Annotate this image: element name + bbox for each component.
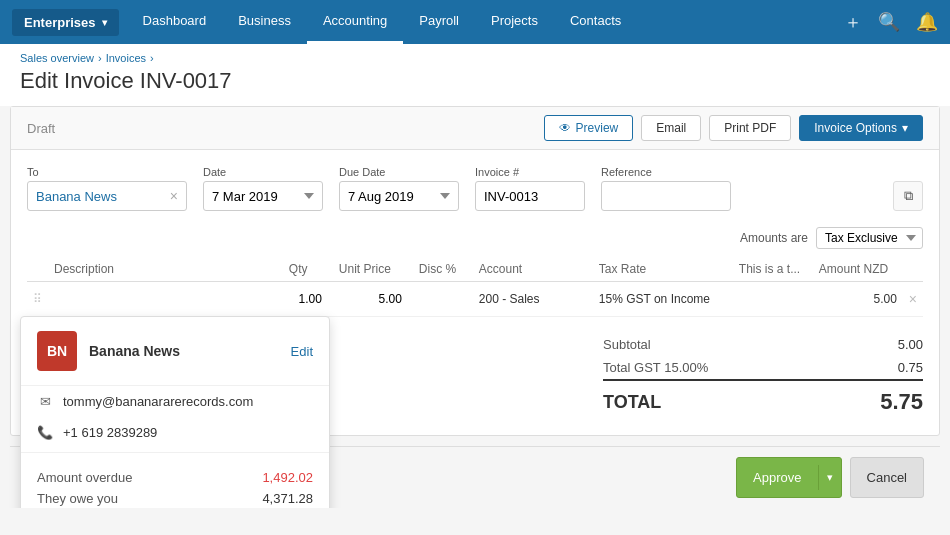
col-amount-header: Amount NZD: [813, 257, 903, 282]
invoice-options-button[interactable]: Invoice Options ▾: [799, 115, 923, 141]
page-title: Edit Invoice INV-0017: [20, 64, 930, 106]
cancel-button[interactable]: Cancel: [850, 457, 924, 498]
invoice-num-label: Invoice #: [475, 166, 585, 178]
disc-input[interactable]: [419, 288, 467, 310]
popup-stats: Amount overdue 1,492.02 They owe you 4,3…: [21, 457, 329, 508]
tax-cell[interactable]: 15% GST on Income: [593, 282, 733, 317]
contact-popup: BN Banana News Edit ✉ tommy@bananararere…: [20, 316, 330, 508]
amount-value: 5.00: [873, 292, 896, 306]
nav-projects[interactable]: Projects: [475, 0, 554, 44]
enterprises-label: Enterprises: [24, 15, 96, 30]
nav-dashboard[interactable]: Dashboard: [127, 0, 223, 44]
to-input-container[interactable]: Banana News ×: [27, 181, 187, 211]
copy-button[interactable]: ⧉: [893, 181, 923, 211]
enterprises-dropdown[interactable]: Enterprises ▾: [12, 9, 119, 36]
stat-overdue: Amount overdue 1,492.02: [37, 467, 313, 488]
tracking-cell[interactable]: [733, 282, 813, 317]
date-field-group: Date 7 Mar 2019: [203, 166, 323, 211]
phone-icon: 📞: [37, 425, 53, 440]
due-date-field-group: Due Date 7 Aug 2019: [339, 166, 459, 211]
to-clear-icon[interactable]: ×: [170, 188, 178, 204]
col-account-header: Account: [473, 257, 593, 282]
due-date-label: Due Date: [339, 166, 459, 178]
delete-cell[interactable]: ×: [903, 282, 923, 317]
nav-accounting[interactable]: Accounting: [307, 0, 403, 44]
col-qty-header: Qty: [283, 257, 333, 282]
gst-value: 0.75: [898, 360, 923, 375]
email-icon: ✉: [37, 394, 53, 409]
add-icon[interactable]: ＋: [844, 10, 862, 34]
breadcrumb-sales[interactable]: Sales overview: [20, 52, 94, 64]
popup-phone-row: 📞 +1 619 2839289: [21, 417, 329, 448]
tracking-input[interactable]: [739, 288, 807, 310]
ref-input[interactable]: [601, 181, 731, 211]
tax-value: 15% GST on Income: [599, 292, 710, 306]
date-label: Date: [203, 166, 323, 178]
date-select[interactable]: 7 Mar 2019: [203, 181, 323, 211]
approve-button-group: Approve ▾: [736, 457, 841, 498]
popup-edit-link[interactable]: Edit: [291, 344, 313, 359]
invoice-form: To Banana News × Date 7 Mar 2019 Due Dat…: [11, 150, 939, 211]
overdue-label: Amount overdue: [37, 470, 132, 485]
account-value: 200 - Sales: [479, 292, 540, 306]
subtotal-row: Subtotal 5.00: [603, 333, 923, 356]
search-icon[interactable]: 🔍: [878, 11, 900, 33]
bottom-right-actions: Approve ▾ Cancel: [736, 457, 924, 498]
amounts-select[interactable]: Tax Exclusive: [816, 227, 923, 249]
popup-name: Banana News: [89, 343, 291, 359]
due-date-select[interactable]: 7 Aug 2019: [339, 181, 459, 211]
owe-label: They owe you: [37, 491, 118, 506]
popup-divider: [21, 452, 329, 453]
col-desc-header: Description: [48, 257, 283, 282]
stat-owe: They owe you 4,371.28: [37, 488, 313, 508]
invoice-toolbar: Draft 👁 Preview Email Print PDF Invoice …: [11, 107, 939, 150]
print-pdf-button[interactable]: Print PDF: [709, 115, 791, 141]
owe-value: 4,371.28: [262, 491, 313, 506]
enterprises-chevron-icon: ▾: [102, 17, 107, 28]
invoice-section: Amounts are Tax Exclusive Description Qt…: [11, 219, 939, 325]
approve-dropdown-button[interactable]: ▾: [818, 465, 841, 490]
col-tracking-header: This is a t...: [733, 257, 813, 282]
to-value: Banana News: [36, 189, 166, 204]
popup-header: BN Banana News Edit: [21, 317, 329, 386]
draft-status: Draft: [27, 121, 55, 136]
nav-contacts[interactable]: Contacts: [554, 0, 637, 44]
col-tax-header: Tax Rate: [593, 257, 733, 282]
amounts-are-label: Amounts are: [740, 231, 808, 245]
qty-input[interactable]: [289, 288, 327, 310]
desc-cell[interactable]: [48, 282, 283, 317]
approve-main-button[interactable]: Approve: [737, 464, 817, 491]
delete-row-icon[interactable]: ×: [909, 291, 917, 307]
unit-input[interactable]: [339, 288, 407, 310]
drag-handle[interactable]: ⠿: [27, 282, 48, 317]
subtotal-label: Subtotal: [603, 337, 651, 352]
breadcrumb-sep2: ›: [150, 52, 154, 64]
breadcrumb-invoices[interactable]: Invoices: [106, 52, 146, 64]
breadcrumb: Sales overview › Invoices ›: [20, 52, 930, 64]
email-button[interactable]: Email: [641, 115, 701, 141]
col-disc-header: Disc %: [413, 257, 473, 282]
nav-business[interactable]: Business: [222, 0, 307, 44]
account-cell[interactable]: 200 - Sales: [473, 282, 593, 317]
col-unit-header: Unit Price: [333, 257, 413, 282]
gst-row: Total GST 15.00% 0.75: [603, 356, 923, 379]
invoice-num-input[interactable]: [475, 181, 585, 211]
preview-button[interactable]: 👁 Preview: [544, 115, 634, 141]
popup-email-row: ✉ tommy@bananararerecords.com: [21, 386, 329, 417]
bell-icon[interactable]: 🔔: [916, 11, 938, 33]
to-field-group: To Banana News ×: [27, 166, 187, 211]
table-row: ⠿ 200 - Sales 15% GST on Income 5.00 ×: [27, 282, 923, 317]
to-label: To: [27, 166, 187, 178]
subtotal-value: 5.00: [898, 337, 923, 352]
disc-cell[interactable]: [413, 282, 473, 317]
totals-table: Subtotal 5.00 Total GST 15.00% 0.75 TOTA…: [603, 333, 923, 419]
unit-cell[interactable]: [333, 282, 413, 317]
desc-input[interactable]: [54, 288, 277, 310]
ref-label: Reference: [601, 166, 731, 178]
qty-cell[interactable]: [283, 282, 333, 317]
ref-field-group: Reference: [601, 166, 731, 211]
nav-payroll[interactable]: Payroll: [403, 0, 475, 44]
invoice-num-field-group: Invoice #: [475, 166, 585, 211]
total-label: TOTAL: [603, 392, 661, 413]
breadcrumb-sep1: ›: [98, 52, 102, 64]
